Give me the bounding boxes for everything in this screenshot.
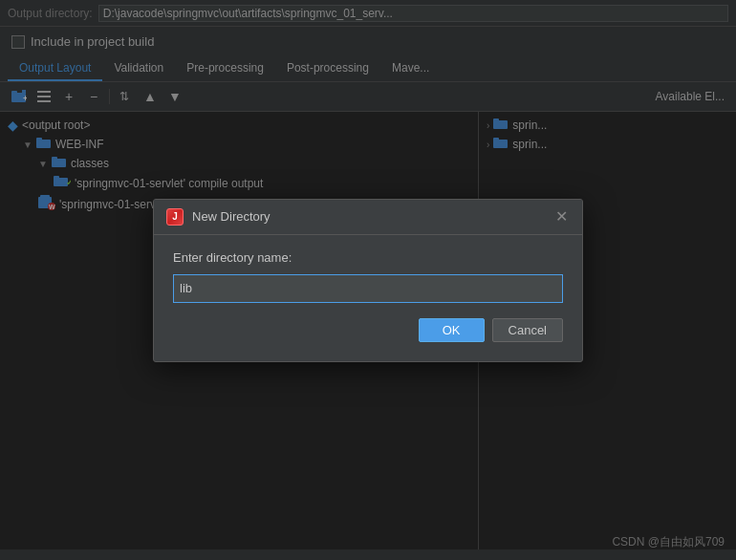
new-directory-dialog: J New Directory ✕ Enter directory name: … — [153, 199, 583, 362]
dialog-prompt: Enter directory name: — [173, 250, 563, 265]
dialog-buttons: OK Cancel — [173, 318, 563, 342]
ok-button[interactable]: OK — [419, 318, 485, 342]
dialog-title: New Directory — [192, 209, 552, 224]
dialog-overlay: J New Directory ✕ Enter directory name: … — [0, 0, 736, 560]
main-panel: Output directory: D:\javacode\springmvc\… — [0, 0, 736, 560]
dialog-app-icon-inner: J — [166, 208, 184, 226]
dialog-close-button[interactable]: ✕ — [552, 207, 571, 226]
dialog-body: Enter directory name: OK Cancel — [154, 235, 582, 361]
dialog-app-icon: J — [165, 207, 184, 226]
directory-name-input[interactable] — [173, 274, 563, 303]
dialog-titlebar: J New Directory ✕ — [154, 200, 582, 235]
cancel-button[interactable]: Cancel — [492, 318, 563, 342]
